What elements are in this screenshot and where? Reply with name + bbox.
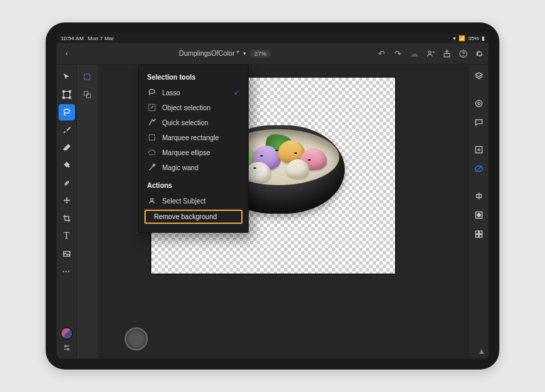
svg-rect-20 [84,74,90,80]
magic-wand-icon [147,163,157,172]
svg-rect-42 [479,231,482,233]
status-bar: 10:54 AM Mon 7 Mar ▾ 📶 35% ▮ [57,33,488,43]
select-subject-icon [147,196,157,206]
svg-point-32 [478,102,480,105]
crop-tool[interactable] [59,210,75,227]
flyout-item-object-selection[interactable]: Object selection [139,100,248,115]
svg-rect-43 [476,235,478,238]
transform-tool[interactable] [59,86,75,103]
flyout-action-remove-background[interactable]: Remove background [144,210,243,224]
zoom-level[interactable]: 27% [250,50,270,58]
tablet-frame: 10:54 AM Mon 7 Mar ▾ 📶 35% ▮ ‹ Dumplings… [46,22,499,370]
clone-tool[interactable] [59,193,75,209]
flyout-item-marquee-rectangle[interactable]: Marquee rectangle [139,130,248,145]
chevron-down-icon[interactable]: ▾ [243,50,246,56]
marquee-rectangle-icon [147,133,157,142]
settings-icon[interactable] [475,49,484,59]
healing-tool[interactable] [59,175,75,191]
touch-shortcut-ring[interactable] [125,327,148,350]
battery-icon: ▮ [482,35,484,42]
status-time: 10:54 AM [61,35,84,42]
svg-point-5 [463,55,464,56]
marquee-ellipse-icon [147,148,157,157]
svg-point-19 [67,348,68,350]
svg-rect-8 [69,91,70,92]
svg-point-33 [476,100,482,106]
right-toolbar: ▲ [468,65,488,359]
grid-icon[interactable] [471,225,487,243]
redo-icon[interactable]: ↷ [393,49,403,59]
tool-options-icon[interactable] [62,344,72,353]
flyout-item-label: Marquee rectangle [162,134,219,142]
svg-rect-10 [69,97,70,99]
svg-point-40 [477,214,480,217]
object-selection-icon [147,103,157,112]
wifi-icon: ▾ [453,35,456,42]
more-tool[interactable]: ⋯ [59,263,75,280]
cloud-sync-icon[interactable]: ☁ [409,49,419,59]
svg-point-17 [65,345,66,346]
flyout-heading-actions: Actions [139,179,248,193]
left-secondary-toolbar [77,65,97,359]
comments-panel-icon[interactable] [471,114,487,131]
lasso-icon [147,88,157,97]
mask-panel-icon[interactable] [471,206,487,224]
flyout-item-label: Lasso [162,89,181,97]
flyout-item-quick-selection[interactable]: Quick selection [139,115,248,130]
properties-panel-icon[interactable] [471,95,487,112]
flyout-action-select-subject[interactable]: Select Subject [139,193,248,208]
flyout-heading-tools: Selection tools [139,71,248,85]
add-selection-mode[interactable] [79,86,95,103]
selection-tool-flyout: Selection tools Lasso ✓ Object selection… [138,65,249,233]
svg-point-23 [149,89,155,93]
flyout-item-label: Remove background [154,213,217,220]
svg-point-26 [155,119,155,120]
svg-rect-9 [63,97,64,99]
brush-tool[interactable] [59,122,75,138]
help-icon[interactable] [458,49,468,59]
share-icon[interactable] [442,49,452,59]
left-toolbar: T ⋯ [57,65,77,359]
svg-rect-44 [479,235,482,238]
svg-rect-41 [476,231,478,233]
svg-point-25 [153,120,154,121]
move-tool[interactable] [59,69,75,85]
flyout-item-lasso[interactable]: Lasso ✓ [139,85,248,100]
svg-rect-27 [149,135,155,140]
svg-point-29 [151,199,153,201]
quick-selection-icon [147,118,157,127]
lasso-tool[interactable] [59,104,75,120]
layers-panel-icon[interactable] [471,67,487,85]
flyout-item-label: Magic wand [162,164,198,172]
check-icon: ✓ [234,88,240,97]
fill-tool[interactable] [59,157,75,174]
canvas-area[interactable]: Selection tools Lasso ✓ Object selection… [97,65,468,359]
wifi-signal-icon: 📶 [458,35,465,42]
visibility-toggle-icon[interactable] [471,160,487,178]
back-button[interactable]: ‹ [61,50,73,57]
document-title[interactable]: DumplingsOfColor * [179,50,239,57]
status-battery: 35% [468,35,479,42]
place-tool[interactable] [59,246,75,262]
crop-panel-icon[interactable] [471,187,487,205]
undo-icon[interactable]: ↶ [377,49,386,59]
type-tool[interactable]: T [59,228,75,244]
new-selection-mode[interactable] [79,69,95,85]
foreground-background-colors[interactable] [61,327,73,340]
svg-point-11 [63,109,69,113]
svg-rect-7 [63,91,64,92]
flyout-item-label: Quick selection [162,119,208,127]
add-adjustment-icon[interactable] [471,141,487,159]
flyout-item-marquee-ellipse[interactable]: Marquee ellipse [139,145,248,160]
app-topbar: ‹ DumplingsOfColor * ▾ 27% ↶ ↷ ☁ [57,43,488,65]
flyout-item-label: Object selection [162,104,211,112]
flyout-item-label: Marquee ellipse [162,149,211,157]
status-date: Mon 7 Mar [88,35,114,42]
svg-point-28 [149,150,155,155]
flyout-item-magic-wand[interactable]: Magic wand [139,160,248,175]
flyout-item-label: Select Subject [162,197,206,205]
warning-icon[interactable]: ▲ [478,346,486,356]
invite-icon[interactable] [426,49,435,59]
svg-point-0 [429,50,431,53]
eraser-tool[interactable] [59,140,75,156]
